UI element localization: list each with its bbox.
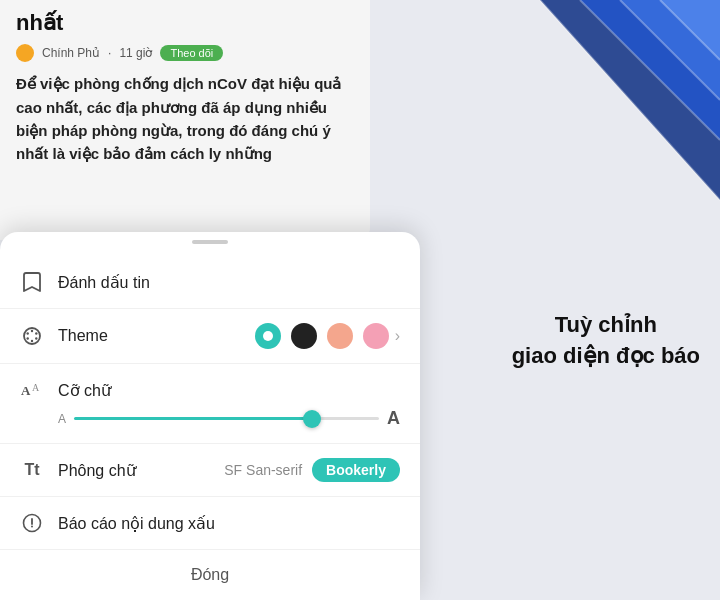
color-pink[interactable]: [363, 323, 389, 349]
theme-row: Theme ›: [0, 309, 420, 364]
right-text-line1: Tuỳ chỉnh giao diện đọc báo: [512, 310, 700, 372]
slider-max-label: A: [387, 408, 400, 429]
fontsize-row: A A Cỡ chữ A A: [0, 364, 420, 444]
fontsize-label: Cỡ chữ: [58, 381, 400, 400]
svg-text:A: A: [21, 383, 31, 398]
fontfamily-label: Phông chữ: [58, 461, 224, 480]
time-label: 11 giờ: [119, 46, 152, 60]
svg-point-14: [27, 332, 29, 334]
sheet-handle: [192, 240, 228, 244]
author-name: Chính Phủ: [42, 46, 100, 60]
fontsize-top: A A Cỡ chữ: [20, 378, 400, 402]
fontsize-icon: A A: [20, 378, 44, 402]
font-option-bookerly[interactable]: Bookerly: [312, 458, 400, 482]
report-row[interactable]: Báo cáo nội dung xấu: [0, 497, 420, 550]
bookmark-icon: [20, 270, 44, 294]
report-icon: [20, 511, 44, 535]
right-side-text: Tuỳ chỉnh giao diện đọc báo: [512, 310, 700, 372]
slider-container[interactable]: A A: [58, 408, 400, 429]
font-options: SF San-serif Bookerly: [224, 458, 400, 482]
follow-button[interactable]: Theo dõi: [160, 45, 223, 61]
bookmark-row[interactable]: Đánh dấu tin: [0, 256, 420, 309]
slider-thumb[interactable]: [303, 410, 321, 428]
font-option-sansserif[interactable]: SF San-serif: [224, 462, 302, 478]
font-size-slider[interactable]: [74, 417, 379, 420]
close-button[interactable]: Đóng: [191, 566, 229, 584]
fontfamily-icon: Tt: [20, 458, 44, 482]
report-label: Báo cáo nội dung xấu: [58, 514, 215, 533]
svg-point-9: [31, 330, 33, 332]
fontfamily-row: Tt Phông chữ SF San-serif Bookerly: [0, 444, 420, 497]
article-title: nhất: [16, 10, 354, 36]
theme-label: Theme: [58, 327, 255, 345]
time-ago: ·: [108, 46, 111, 60]
author-avatar: [16, 44, 34, 62]
bookmark-label: Đánh dấu tin: [58, 273, 400, 292]
bottom-sheet: Đánh dấu tin Theme ›: [0, 232, 420, 600]
theme-colors: [255, 323, 389, 349]
article-card: nhất Chính Phủ · 11 giờ Theo dõi Để việc…: [0, 0, 370, 240]
svg-point-10: [35, 332, 37, 334]
color-peach[interactable]: [327, 323, 353, 349]
close-row[interactable]: Đóng: [0, 550, 420, 600]
color-black[interactable]: [291, 323, 317, 349]
svg-point-13: [27, 337, 29, 339]
theme-icon: [20, 324, 44, 348]
article-meta: Chính Phủ · 11 giờ Theo dõi: [16, 44, 354, 62]
svg-point-11: [35, 337, 37, 339]
article-body: Để việc phòng chống dịch nCoV đạt hiệu q…: [16, 72, 354, 165]
svg-point-19: [31, 526, 33, 528]
slider-min-label: A: [58, 412, 66, 426]
theme-chevron-icon: ›: [395, 327, 400, 345]
svg-point-12: [31, 340, 33, 342]
svg-text:A: A: [32, 382, 40, 393]
color-teal[interactable]: [255, 323, 281, 349]
